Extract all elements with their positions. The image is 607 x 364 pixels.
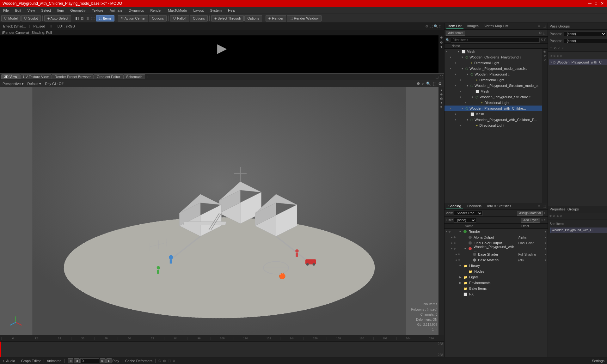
action-center-button[interactable]: ⊕ Action Center [118,15,149,21]
sh-row-alpha[interactable]: ● ⊕ Alpha Output Alpha ▾ [445,234,547,240]
tab-info-statistics[interactable]: Info & Statistics [485,203,513,209]
preview-nav-4[interactable]: ▼ [440,45,443,49]
item-row-playground-base[interactable]: ● ▾ ⬡ Wooden_Playground_modo_base.lxo [445,66,542,71]
audio-label[interactable]: Audio [6,359,15,363]
eye-13[interactable]: ● [455,118,456,121]
eye-8[interactable]: ● [460,90,461,93]
vp-search-icon[interactable]: 🔍 [426,82,431,86]
effect-selector[interactable]: Effect: (Shad... [2,24,28,28]
item-row-dirlight-3[interactable]: ● ✦ Directional Light [445,100,542,106]
expand-7[interactable]: ▾ [467,84,470,87]
bb-icon-4[interactable]: ⊕ [173,359,175,362]
groups-tb-close[interactable]: × [562,46,564,50]
add-item-button[interactable]: Add Item ▾ [446,31,465,36]
select-through-button[interactable]: ◈ Select Through [211,15,244,21]
timeline-track[interactable]: 228 228 [0,342,444,357]
sh-lock-2[interactable]: ⊕ [453,236,456,239]
props-tb-4[interactable]: ⊕ [560,215,562,218]
model-button[interactable]: ⬡ Model [1,15,21,21]
shading-filter-s[interactable]: S [544,218,546,222]
sh-row-lights[interactable]: ▶ 📁 Lights [445,274,547,280]
props-selected-row[interactable]: Wooden_Playground_with_C... [550,228,607,233]
sh-dd-4[interactable]: ▾ [545,247,546,250]
shading-settings-icon[interactable]: ⚙ [537,204,541,208]
play-transport-button[interactable]: ▶ [106,358,112,363]
viewport-settings-icon[interactable]: ⬚ ⛶ [435,75,443,79]
groups-icon-1[interactable]: 👁 [550,54,553,58]
sh-expand-1[interactable]: ▾ [459,230,463,233]
render-camera-label[interactable]: (Render Camera) [2,31,29,34]
sh-expand-7[interactable]: ▾ [459,264,463,267]
goto-start-button[interactable]: ⏮ [68,358,73,363]
sh-dd-3[interactable]: ▾ [545,241,546,245]
sh-row-wp-material[interactable]: ● ⊕ ▾ Wooden_Playground_with ... ▾ [445,246,547,252]
item-row-wp[interactable]: ● ▾ ⬡ Wooden_Playground 2 [445,71,542,77]
item-row-wps[interactable]: ● ▾ ⬡ Wooden_Playground_Structure 2 [445,94,542,100]
filter-settings[interactable]: S [541,38,543,42]
sh-row-environments[interactable]: ▶ 📁 Environments [445,280,547,286]
menu-edit[interactable]: Edit [14,8,22,13]
eye-1[interactable]: ● [446,50,447,53]
vp-home-icon[interactable]: ⌂ [422,82,424,86]
il-side-hide[interactable]: ⊘ [543,58,546,61]
sh-eye-1[interactable]: ● [446,230,447,233]
settings-button[interactable]: Settings [592,359,604,363]
groups-icon-2[interactable]: ⊕ [553,54,556,58]
toolbar-icon-1[interactable]: ◧ [75,15,80,21]
toolbar-icon-3[interactable]: ◫ [85,15,90,21]
groups-tb-icon-2[interactable]: ⚙ [554,46,557,50]
groups-item-row[interactable]: ▾ ⬡ Wooden_Playground_with_C... [549,59,607,65]
menu-dynamics[interactable]: Dynamics [127,8,145,13]
eye-14[interactable]: ● [460,124,461,127]
panel-expand-icon[interactable]: ⬚ [543,24,546,28]
default-dropdown[interactable]: Default ▾ [28,82,41,86]
bb-icon-1[interactable]: ⬡ [158,359,161,362]
vp-rb-4[interactable]: ▼ [440,101,443,104]
sh-eye-5[interactable]: ● [455,253,457,256]
sh-eye-2[interactable]: ● [451,236,452,239]
panel-settings-icon[interactable]: ⚙ [537,24,541,28]
sh-row-base-shader[interactable]: ● ⊕ Base Shader Full Shading ▾ [445,252,547,257]
vp-rb-3[interactable]: ◐ [440,97,443,100]
assign-material-button[interactable]: Assign Material [517,211,543,216]
timecode-input[interactable] [80,358,99,363]
sh-eye-6[interactable]: ● [455,258,457,262]
tab-schematic[interactable]: Schematic [123,74,145,79]
expand-5[interactable]: ▾ [467,73,470,76]
properties-tab[interactable]: Properties [550,207,566,211]
shading-label[interactable]: Shading: Full [32,31,52,34]
passes-dropdown-1[interactable]: (none) [564,31,606,36]
eye-6[interactable]: ● [460,78,461,82]
tab-vertex-map-list[interactable]: Vertex Map List [482,23,510,29]
il-side-lock[interactable]: ⊕ [543,54,546,57]
close-button[interactable]: ✕ [600,1,604,6]
expand-4[interactable]: ▾ [462,67,465,70]
sh-expand-10[interactable]: ▶ [459,281,463,284]
shading-content[interactable]: ● ⊕ ▾ Render ▾ ● [445,229,547,357]
item-row-wpc-p[interactable]: ● ▾ ⬡ Wooden_Playground_with_Children_P.… [445,117,542,123]
menu-system[interactable]: System [209,8,223,13]
expand-13[interactable]: ▾ [467,118,470,121]
auto-select-button[interactable]: ◈ Auto Select [44,15,71,21]
item-row-wps-base[interactable]: ● ▾ ⬡ Wooden_Playground_Structure_modo_b… [445,83,542,88]
item-row-dirlight-2[interactable]: ● ✦ Directional Light [445,77,542,83]
menu-item[interactable]: Item [56,8,65,13]
tab-render-preset-browser[interactable]: Render Preset Browser [52,74,94,79]
sh-dd-6[interactable]: ▾ [545,258,546,262]
menu-help[interactable]: Help [227,8,236,13]
eye-5[interactable]: ● [455,73,456,76]
play-button[interactable]: ▶ [217,41,227,55]
groups-tb-check[interactable]: ✓ [558,46,561,50]
expand-11[interactable]: ▾ [462,107,465,110]
eye-3[interactable]: ● [455,61,456,64]
tab-gradient-editor[interactable]: Gradient Editor [94,74,123,79]
groups-tab[interactable]: Groups [567,207,579,211]
groups-icon-4[interactable]: ⊕ [560,54,562,58]
menu-layout[interactable]: Layout [192,8,205,13]
toolbar-icon-4[interactable]: ⬚ [90,15,95,21]
cache-deformers-button[interactable]: Cache Deformers [125,359,152,363]
sh-lock-4[interactable]: ⊕ [453,247,456,250]
sh-lock-3[interactable]: ⊕ [453,241,456,245]
options1-button[interactable]: Options [149,15,167,21]
menu-geometry[interactable]: Geometry [69,8,87,13]
